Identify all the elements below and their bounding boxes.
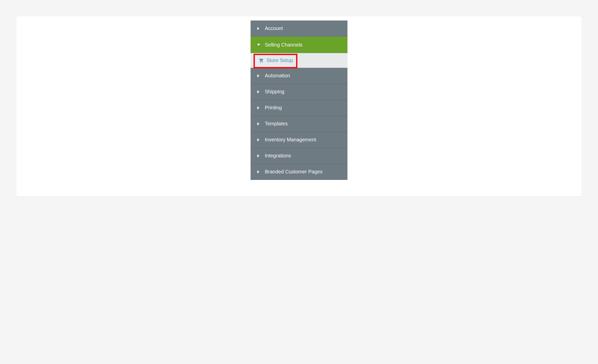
sidebar: Account Selling Channels Store Setup Aut… bbox=[251, 21, 347, 180]
sidebar-item-printing[interactable]: Printing bbox=[251, 100, 347, 116]
sidebar-item-label: Branded Customer Pages bbox=[265, 169, 322, 175]
svg-marker-8 bbox=[257, 170, 259, 173]
chevron-right-icon bbox=[257, 138, 260, 142]
sidebar-item-shipping[interactable]: Shipping bbox=[251, 84, 347, 100]
sidebar-item-label: Shipping bbox=[265, 89, 284, 95]
sidebar-item-selling-channels[interactable]: Selling Channels bbox=[251, 37, 347, 53]
sidebar-item-label: Printing bbox=[265, 105, 282, 111]
chevron-right-icon bbox=[257, 27, 260, 30]
cart-icon bbox=[259, 58, 264, 63]
sidebar-item-label: Automation bbox=[265, 73, 290, 79]
svg-marker-4 bbox=[257, 106, 259, 109]
sidebar-item-label: Integrations bbox=[265, 153, 291, 159]
svg-marker-1 bbox=[257, 44, 260, 46]
svg-marker-6 bbox=[257, 138, 259, 141]
chevron-right-icon bbox=[257, 90, 260, 94]
chevron-right-icon bbox=[257, 122, 260, 126]
card-container: Account Selling Channels Store Setup Aut… bbox=[16, 16, 582, 196]
sidebar-subitem-store-setup[interactable]: Store Setup bbox=[251, 53, 347, 68]
sidebar-subitem-label: Store Setup bbox=[267, 58, 293, 63]
sidebar-item-inventory-management[interactable]: Inventory Management bbox=[251, 132, 347, 148]
sidebar-item-label: Selling Channels bbox=[265, 42, 302, 48]
svg-marker-5 bbox=[257, 122, 259, 125]
sidebar-item-integrations[interactable]: Integrations bbox=[251, 148, 347, 164]
sidebar-item-label: Inventory Management bbox=[265, 137, 316, 143]
sidebar-item-account[interactable]: Account bbox=[251, 21, 347, 37]
sidebar-item-templates[interactable]: Templates bbox=[251, 116, 347, 132]
svg-marker-7 bbox=[257, 154, 259, 157]
sidebar-item-automation[interactable]: Automation bbox=[251, 68, 347, 84]
sidebar-item-label: Templates bbox=[265, 121, 288, 127]
svg-marker-2 bbox=[257, 74, 259, 77]
chevron-right-icon bbox=[257, 106, 260, 110]
svg-marker-0 bbox=[257, 27, 259, 30]
svg-marker-3 bbox=[257, 90, 259, 93]
chevron-down-icon bbox=[257, 43, 260, 47]
sidebar-item-branded-customer-pages[interactable]: Branded Customer Pages bbox=[251, 164, 347, 180]
sidebar-item-label: Account bbox=[265, 26, 283, 31]
chevron-right-icon bbox=[257, 74, 260, 78]
chevron-right-icon bbox=[257, 170, 260, 174]
chevron-right-icon bbox=[257, 154, 260, 158]
